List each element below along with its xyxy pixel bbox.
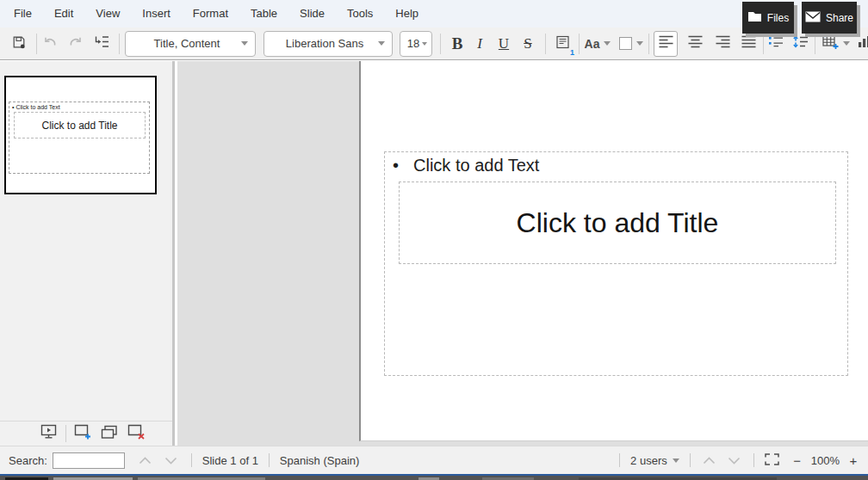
language-status[interactable]: Spanish (Spain) <box>280 454 360 467</box>
underline-label: U <box>495 36 512 51</box>
font-size-dropdown[interactable]: 18 <box>400 31 432 57</box>
chevron-down-icon <box>422 42 427 46</box>
users-dropdown[interactable]: 2 users <box>630 454 679 467</box>
title-placeholder[interactable]: Click to add Title <box>399 182 836 264</box>
thumbnail-content-placeholder: • Click to add Text Click to add Title <box>9 102 150 174</box>
presentation-icon <box>40 424 58 443</box>
layout-dropdown-value: Title, Content <box>133 37 241 50</box>
align-left-icon <box>659 35 673 52</box>
menu-insert[interactable]: Insert <box>131 0 182 28</box>
new-slide-icon <box>74 424 92 443</box>
zoom-out-button[interactable]: − <box>791 453 803 468</box>
next-slide-button[interactable] <box>726 447 743 473</box>
slide-panel-toolbar <box>0 421 172 446</box>
share-button[interactable]: Share <box>802 2 857 34</box>
search-next-button[interactable] <box>163 447 180 473</box>
redo-button[interactable] <box>65 31 86 57</box>
delete-slide-button[interactable] <box>127 421 146 446</box>
statusbar: Search: Slide 1 of 1 Spanish (Spain) 2 u… <box>0 446 868 474</box>
slide-editing-area[interactable]: • Click to add Text Click to add Title <box>359 61 868 441</box>
files-button[interactable]: Files <box>742 2 794 34</box>
chevron-down-icon <box>164 454 177 467</box>
undo-button[interactable] <box>40 31 60 57</box>
menu-tools[interactable]: Tools <box>336 0 384 28</box>
fit-frame-icon <box>765 453 779 468</box>
slide-thumbnail[interactable]: • Click to add Text Click to add Title <box>4 76 157 194</box>
indent-button[interactable] <box>91 31 112 57</box>
delete-slide-icon <box>127 424 146 443</box>
slide-position: Slide 1 of 1 <box>202 454 258 467</box>
files-button-label: Files <box>767 12 789 24</box>
italic-button[interactable]: I <box>471 31 488 57</box>
underline-button[interactable]: U <box>495 31 512 57</box>
bullet-list-icon <box>768 35 784 52</box>
bold-button[interactable]: B <box>448 31 467 57</box>
search-input[interactable] <box>53 452 125 469</box>
align-right-button[interactable] <box>711 31 734 57</box>
save-icon <box>12 35 26 52</box>
paragraph-spacing-button[interactable] <box>790 31 810 57</box>
search-previous-button[interactable] <box>137 447 154 473</box>
align-justify-icon <box>741 35 756 52</box>
envelope-icon <box>805 11 821 25</box>
menu-slide[interactable]: Slide <box>288 0 336 28</box>
chevron-down-icon <box>636 41 643 46</box>
align-left-button[interactable] <box>654 31 678 57</box>
header-footer-badge: 1 <box>570 49 574 57</box>
folder-icon <box>747 10 762 25</box>
redo-icon <box>68 35 84 52</box>
bullet-list-button[interactable] <box>766 31 786 57</box>
menu-format[interactable]: Format <box>182 0 239 28</box>
header-footer-button[interactable]: 1 <box>553 31 574 57</box>
menu-view[interactable]: View <box>84 0 131 28</box>
document-canvas: • Click to add Text Click to add Title <box>177 61 868 446</box>
share-button-label: Share <box>826 12 853 24</box>
strikethrough-button[interactable]: S <box>519 31 536 57</box>
main-area: • Click to add Text Click to add Title <box>0 61 868 446</box>
character-case-button[interactable]: Aa <box>583 31 612 57</box>
font-name-dropdown[interactable]: Liberation Sans <box>264 31 393 57</box>
slide-panel: • Click to add Text Click to add Title <box>0 61 175 446</box>
align-justify-button[interactable] <box>737 31 760 57</box>
toolbar: Title, Content Liberation Sans 18 B I U … <box>0 28 868 60</box>
menu-help[interactable]: Help <box>384 0 430 28</box>
background-window-sliver <box>0 474 868 480</box>
highlight-color-button[interactable] <box>619 31 643 57</box>
fit-to-screen-button[interactable] <box>764 447 781 473</box>
thumbnail-title-placeholder: Click to add Title <box>14 112 146 138</box>
align-center-button[interactable] <box>684 31 706 57</box>
insert-chart-icon <box>858 35 868 52</box>
chevron-down-icon <box>673 458 679 463</box>
duplicate-slide-icon <box>101 425 118 443</box>
bold-label: B <box>449 35 466 52</box>
insert-table-button[interactable] <box>821 31 852 57</box>
font-size-value: 18 <box>405 37 422 50</box>
menu-table[interactable]: Table <box>239 0 288 28</box>
content-placeholder-text: • Click to add Text <box>385 152 847 175</box>
insert-table-icon <box>822 34 840 52</box>
zoom-in-button[interactable]: + <box>847 453 859 468</box>
chevron-up-icon <box>703 454 716 467</box>
start-presentation-button[interactable] <box>40 421 59 446</box>
thumbnail-content-text: • Click to add Text <box>9 102 149 110</box>
previous-slide-button[interactable] <box>701 447 718 473</box>
duplicate-slide-button[interactable] <box>100 421 119 446</box>
new-slide-button[interactable] <box>73 421 92 446</box>
users-count: 2 users <box>630 454 667 467</box>
menu-file[interactable]: File <box>3 0 43 28</box>
zoom-level: 100% <box>811 454 840 467</box>
menu-edit[interactable]: Edit <box>43 0 84 28</box>
save-button[interactable] <box>9 31 29 57</box>
header-footer-icon <box>556 35 571 52</box>
layout-dropdown[interactable]: Title, Content <box>125 31 256 57</box>
align-right-icon <box>716 35 730 52</box>
chevron-up-icon <box>139 454 152 467</box>
align-center-icon <box>688 35 703 52</box>
chevron-down-icon <box>728 454 741 467</box>
character-case-label: Aa <box>585 37 600 51</box>
indent-icon <box>94 35 109 52</box>
undo-icon <box>42 35 58 52</box>
insert-chart-button[interactable] <box>858 31 868 57</box>
bullet-glyph: • <box>393 156 399 175</box>
italic-label: I <box>471 36 488 51</box>
